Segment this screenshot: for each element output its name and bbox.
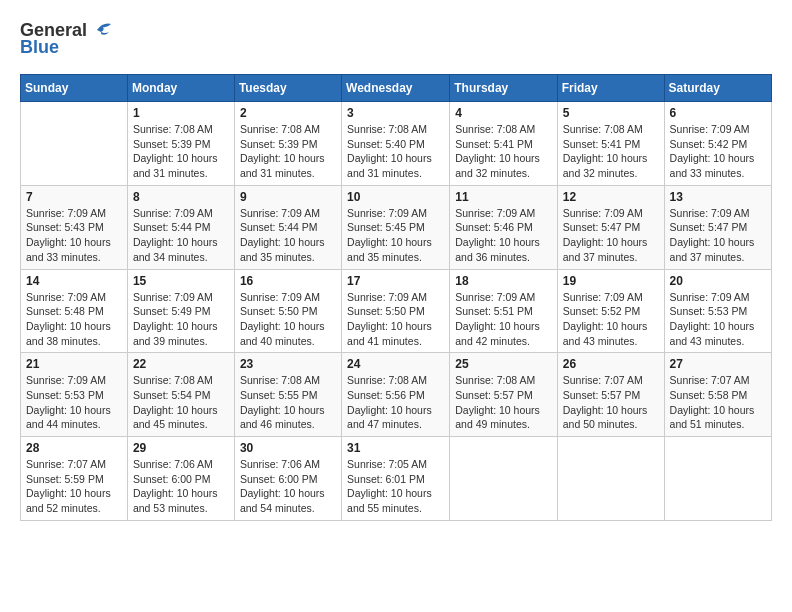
day-info: Sunrise: 7:08 AM Sunset: 5:41 PM Dayligh… [563,122,659,181]
calendar-cell: 2Sunrise: 7:08 AM Sunset: 5:39 PM Daylig… [234,102,341,186]
calendar-cell: 22Sunrise: 7:08 AM Sunset: 5:54 PM Dayli… [127,353,234,437]
calendar-cell: 20Sunrise: 7:09 AM Sunset: 5:53 PM Dayli… [664,269,771,353]
day-number: 9 [240,190,336,204]
header-thursday: Thursday [450,75,557,102]
calendar-cell: 29Sunrise: 7:06 AM Sunset: 6:00 PM Dayli… [127,437,234,521]
day-number: 27 [670,357,766,371]
day-info: Sunrise: 7:09 AM Sunset: 5:47 PM Dayligh… [563,206,659,265]
calendar-cell: 3Sunrise: 7:08 AM Sunset: 5:40 PM Daylig… [342,102,450,186]
logo: General Blue [20,20,111,58]
day-number: 29 [133,441,229,455]
day-number: 20 [670,274,766,288]
calendar-cell: 25Sunrise: 7:08 AM Sunset: 5:57 PM Dayli… [450,353,557,437]
day-info: Sunrise: 7:09 AM Sunset: 5:47 PM Dayligh… [670,206,766,265]
day-info: Sunrise: 7:09 AM Sunset: 5:49 PM Dayligh… [133,290,229,349]
calendar-table: SundayMondayTuesdayWednesdayThursdayFrid… [20,74,772,521]
day-info: Sunrise: 7:09 AM Sunset: 5:50 PM Dayligh… [347,290,444,349]
day-info: Sunrise: 7:09 AM Sunset: 5:50 PM Dayligh… [240,290,336,349]
calendar-cell: 30Sunrise: 7:06 AM Sunset: 6:00 PM Dayli… [234,437,341,521]
day-number: 19 [563,274,659,288]
day-number: 10 [347,190,444,204]
calendar-header-row: SundayMondayTuesdayWednesdayThursdayFrid… [21,75,772,102]
day-info: Sunrise: 7:08 AM Sunset: 5:55 PM Dayligh… [240,373,336,432]
header-wednesday: Wednesday [342,75,450,102]
day-info: Sunrise: 7:07 AM Sunset: 5:58 PM Dayligh… [670,373,766,432]
day-info: Sunrise: 7:09 AM Sunset: 5:48 PM Dayligh… [26,290,122,349]
week-row-1: 7Sunrise: 7:09 AM Sunset: 5:43 PM Daylig… [21,185,772,269]
calendar-cell [664,437,771,521]
header-tuesday: Tuesday [234,75,341,102]
day-info: Sunrise: 7:08 AM Sunset: 5:57 PM Dayligh… [455,373,551,432]
day-number: 26 [563,357,659,371]
header-friday: Friday [557,75,664,102]
day-number: 5 [563,106,659,120]
day-number: 11 [455,190,551,204]
calendar-cell: 5Sunrise: 7:08 AM Sunset: 5:41 PM Daylig… [557,102,664,186]
day-info: Sunrise: 7:09 AM Sunset: 5:44 PM Dayligh… [133,206,229,265]
day-info: Sunrise: 7:06 AM Sunset: 6:00 PM Dayligh… [133,457,229,516]
day-info: Sunrise: 7:08 AM Sunset: 5:41 PM Dayligh… [455,122,551,181]
calendar-cell: 1Sunrise: 7:08 AM Sunset: 5:39 PM Daylig… [127,102,234,186]
day-number: 12 [563,190,659,204]
day-number: 17 [347,274,444,288]
week-row-3: 21Sunrise: 7:09 AM Sunset: 5:53 PM Dayli… [21,353,772,437]
day-number: 24 [347,357,444,371]
calendar-cell: 11Sunrise: 7:09 AM Sunset: 5:46 PM Dayli… [450,185,557,269]
day-number: 16 [240,274,336,288]
calendar-cell: 26Sunrise: 7:07 AM Sunset: 5:57 PM Dayli… [557,353,664,437]
calendar-cell: 9Sunrise: 7:09 AM Sunset: 5:44 PM Daylig… [234,185,341,269]
day-number: 1 [133,106,229,120]
header-sunday: Sunday [21,75,128,102]
header-monday: Monday [127,75,234,102]
calendar-cell: 12Sunrise: 7:09 AM Sunset: 5:47 PM Dayli… [557,185,664,269]
day-number: 6 [670,106,766,120]
calendar-cell: 23Sunrise: 7:08 AM Sunset: 5:55 PM Dayli… [234,353,341,437]
day-number: 7 [26,190,122,204]
calendar-cell: 6Sunrise: 7:09 AM Sunset: 5:42 PM Daylig… [664,102,771,186]
day-number: 18 [455,274,551,288]
header: General Blue [20,20,772,58]
day-number: 4 [455,106,551,120]
header-saturday: Saturday [664,75,771,102]
day-number: 22 [133,357,229,371]
calendar-cell [557,437,664,521]
logo-blue: Blue [20,37,59,58]
day-number: 2 [240,106,336,120]
day-number: 31 [347,441,444,455]
day-info: Sunrise: 7:07 AM Sunset: 5:59 PM Dayligh… [26,457,122,516]
week-row-4: 28Sunrise: 7:07 AM Sunset: 5:59 PM Dayli… [21,437,772,521]
calendar-cell: 17Sunrise: 7:09 AM Sunset: 5:50 PM Dayli… [342,269,450,353]
calendar-cell: 8Sunrise: 7:09 AM Sunset: 5:44 PM Daylig… [127,185,234,269]
day-info: Sunrise: 7:09 AM Sunset: 5:53 PM Dayligh… [26,373,122,432]
calendar-cell: 15Sunrise: 7:09 AM Sunset: 5:49 PM Dayli… [127,269,234,353]
calendar-cell: 28Sunrise: 7:07 AM Sunset: 5:59 PM Dayli… [21,437,128,521]
day-number: 30 [240,441,336,455]
day-info: Sunrise: 7:08 AM Sunset: 5:56 PM Dayligh… [347,373,444,432]
day-number: 28 [26,441,122,455]
calendar-cell [450,437,557,521]
calendar-cell: 31Sunrise: 7:05 AM Sunset: 6:01 PM Dayli… [342,437,450,521]
calendar-cell: 21Sunrise: 7:09 AM Sunset: 5:53 PM Dayli… [21,353,128,437]
calendar-cell: 19Sunrise: 7:09 AM Sunset: 5:52 PM Dayli… [557,269,664,353]
calendar-cell: 16Sunrise: 7:09 AM Sunset: 5:50 PM Dayli… [234,269,341,353]
day-info: Sunrise: 7:09 AM Sunset: 5:45 PM Dayligh… [347,206,444,265]
calendar-cell: 13Sunrise: 7:09 AM Sunset: 5:47 PM Dayli… [664,185,771,269]
day-info: Sunrise: 7:06 AM Sunset: 6:00 PM Dayligh… [240,457,336,516]
calendar-cell: 10Sunrise: 7:09 AM Sunset: 5:45 PM Dayli… [342,185,450,269]
calendar-cell: 7Sunrise: 7:09 AM Sunset: 5:43 PM Daylig… [21,185,128,269]
calendar-cell: 4Sunrise: 7:08 AM Sunset: 5:41 PM Daylig… [450,102,557,186]
day-number: 23 [240,357,336,371]
day-number: 3 [347,106,444,120]
day-info: Sunrise: 7:09 AM Sunset: 5:52 PM Dayligh… [563,290,659,349]
day-info: Sunrise: 7:09 AM Sunset: 5:53 PM Dayligh… [670,290,766,349]
day-number: 21 [26,357,122,371]
day-info: Sunrise: 7:08 AM Sunset: 5:54 PM Dayligh… [133,373,229,432]
day-info: Sunrise: 7:07 AM Sunset: 5:57 PM Dayligh… [563,373,659,432]
day-info: Sunrise: 7:05 AM Sunset: 6:01 PM Dayligh… [347,457,444,516]
calendar-cell: 18Sunrise: 7:09 AM Sunset: 5:51 PM Dayli… [450,269,557,353]
day-info: Sunrise: 7:08 AM Sunset: 5:39 PM Dayligh… [240,122,336,181]
day-number: 8 [133,190,229,204]
week-row-0: 1Sunrise: 7:08 AM Sunset: 5:39 PM Daylig… [21,102,772,186]
day-info: Sunrise: 7:08 AM Sunset: 5:39 PM Dayligh… [133,122,229,181]
day-number: 14 [26,274,122,288]
